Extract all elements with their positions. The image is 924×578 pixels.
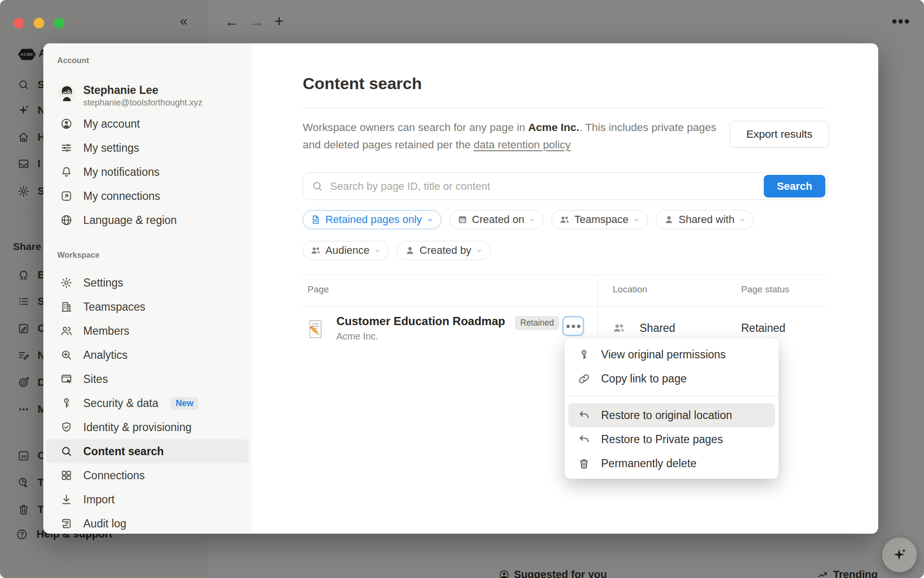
chevron-down-icon bbox=[475, 247, 483, 254]
settings-sidebar: Account Stephanie Lee stephanie@toolsfor… bbox=[43, 43, 252, 534]
sidebar-item-my-account[interactable]: My account bbox=[43, 112, 252, 136]
user-email: stephanie@toolsforthought.xyz bbox=[83, 97, 202, 109]
chevron-down-icon bbox=[426, 216, 434, 223]
document-icon bbox=[310, 214, 321, 225]
new-badge: New bbox=[171, 397, 198, 410]
page-row-title[interactable]: Customer Education Roadmap bbox=[336, 314, 505, 328]
sidebar-item-content-search[interactable]: Content search bbox=[46, 439, 249, 463]
workspace-section-label: Workspace bbox=[57, 250, 100, 260]
close-window-button[interactable] bbox=[13, 18, 24, 28]
menu-item-view-original-permissions[interactable]: View original permissions bbox=[565, 342, 779, 367]
undo-icon bbox=[578, 434, 590, 446]
key-icon bbox=[578, 349, 590, 361]
filter-teamspace[interactable]: Teamspace bbox=[552, 210, 648, 229]
filter-row-2: Audience Created by bbox=[303, 241, 490, 260]
menu-divider bbox=[565, 395, 779, 396]
zoom-window-button[interactable] bbox=[54, 18, 64, 28]
data-retention-policy-link[interactable]: data retention policy bbox=[474, 139, 570, 151]
filter-created-on[interactable]: Created on bbox=[449, 210, 544, 229]
column-header-location: Location bbox=[613, 284, 647, 295]
menu-item-permanently-delete[interactable]: Permanently delete bbox=[565, 451, 779, 475]
search-button[interactable]: Search bbox=[764, 175, 825, 197]
shared-people-icon bbox=[613, 322, 625, 334]
sidebar-item-my-connections[interactable]: My connections bbox=[43, 184, 252, 208]
globe-icon bbox=[60, 214, 73, 226]
key-icon bbox=[60, 397, 73, 409]
sidebar-item-analytics[interactable]: Analytics bbox=[43, 343, 252, 367]
filter-shared-with[interactable]: Shared with bbox=[656, 210, 754, 229]
menu-item-copy-link[interactable]: Copy link to page bbox=[565, 367, 779, 391]
people-icon bbox=[60, 325, 73, 337]
building-icon bbox=[60, 301, 73, 313]
page-title: Content search bbox=[303, 74, 422, 93]
chevron-down-icon bbox=[528, 216, 536, 223]
shield-check-icon bbox=[60, 421, 73, 434]
filter-created-by[interactable]: Created by bbox=[397, 241, 491, 260]
chevron-down-icon bbox=[374, 247, 381, 254]
sidebar-item-audit-log[interactable]: Audit log bbox=[43, 512, 252, 534]
magnifier-plus-icon bbox=[60, 349, 73, 361]
arrow-out-box-icon bbox=[60, 190, 73, 202]
sidebar-item-sites[interactable]: Sites bbox=[43, 367, 252, 391]
account-user: Stephanie Lee stephanie@toolsforthought.… bbox=[58, 84, 202, 109]
chevron-down-icon bbox=[633, 216, 640, 223]
sparkle-icon bbox=[892, 547, 907, 563]
person-icon bbox=[405, 245, 415, 256]
app-window: A S N H I S Share E S C N D M C T T Help… bbox=[0, 0, 924, 578]
sidebar-item-members[interactable]: Members bbox=[43, 319, 252, 343]
gear-icon bbox=[60, 276, 73, 289]
retained-badge: Retained bbox=[515, 316, 559, 330]
title-divider bbox=[303, 108, 828, 108]
bell-icon bbox=[60, 166, 73, 178]
row-actions-menu: View original permissions Copy link to p… bbox=[565, 338, 779, 479]
row-status: Retained bbox=[741, 321, 785, 335]
table-top-border bbox=[303, 275, 828, 275]
account-section-label: Account bbox=[57, 56, 89, 65]
table-header-border bbox=[303, 306, 828, 307]
sidebar-item-my-settings[interactable]: My settings bbox=[43, 136, 252, 160]
browser-cursor-icon bbox=[60, 373, 73, 385]
export-results-button[interactable]: Export results bbox=[730, 121, 829, 148]
column-header-page: Page bbox=[308, 284, 329, 295]
sidebar-item-teamspaces[interactable]: Teamspaces bbox=[43, 295, 252, 319]
minimize-window-button[interactable] bbox=[34, 18, 44, 28]
link-icon bbox=[578, 373, 590, 385]
content-search-input[interactable] bbox=[329, 180, 828, 193]
notion-ai-button[interactable] bbox=[882, 538, 917, 572]
grid-icon bbox=[60, 469, 73, 482]
sidebar-item-import[interactable]: Import bbox=[43, 487, 252, 512]
sliders-icon bbox=[60, 142, 73, 154]
search-icon bbox=[60, 445, 73, 458]
sidebar-item-connections[interactable]: Connections bbox=[43, 463, 252, 487]
sidebar-item-identity-provisioning[interactable]: Identity & provisioning bbox=[43, 415, 252, 439]
scroll-icon bbox=[60, 517, 73, 530]
menu-item-restore-private-pages[interactable]: Restore to Private pages bbox=[565, 427, 779, 451]
filter-audience[interactable]: Audience bbox=[303, 241, 389, 260]
user-name: Stephanie Lee bbox=[83, 84, 202, 97]
traffic-lights bbox=[13, 18, 64, 28]
chevron-down-icon bbox=[739, 216, 746, 223]
column-header-status: Page status bbox=[741, 284, 789, 295]
filter-retained-pages-only[interactable]: Retained pages only bbox=[303, 210, 441, 229]
menu-item-restore-original-location[interactable]: Restore to original location bbox=[568, 403, 775, 427]
filter-row-1: Retained pages only Created on Teamspace… bbox=[303, 210, 754, 229]
trash-icon bbox=[578, 458, 590, 470]
workspace-name: Acme Inc. bbox=[528, 121, 579, 133]
sidebar-item-security-data[interactable]: Security & dataNew bbox=[43, 391, 252, 415]
person-circle-icon bbox=[60, 118, 73, 130]
download-icon bbox=[60, 493, 73, 506]
people-icon bbox=[310, 245, 321, 256]
memo-page-icon bbox=[308, 319, 323, 340]
search-bar: Search bbox=[303, 172, 828, 200]
person-icon bbox=[664, 214, 674, 225]
sidebar-item-my-notifications[interactable]: My notifications bbox=[43, 160, 252, 184]
page-row-workspace: Acme Inc. bbox=[336, 330, 378, 342]
sidebar-item-settings[interactable]: Settings bbox=[43, 271, 252, 295]
sidebar-item-language-region[interactable]: Language & region bbox=[43, 208, 252, 232]
row-actions-button[interactable] bbox=[562, 316, 584, 336]
page-description: Workspace owners can search for any page… bbox=[303, 119, 717, 154]
search-icon bbox=[311, 180, 323, 192]
calendar-icon bbox=[457, 214, 468, 225]
undo-icon bbox=[578, 409, 590, 421]
avatar bbox=[58, 84, 76, 101]
